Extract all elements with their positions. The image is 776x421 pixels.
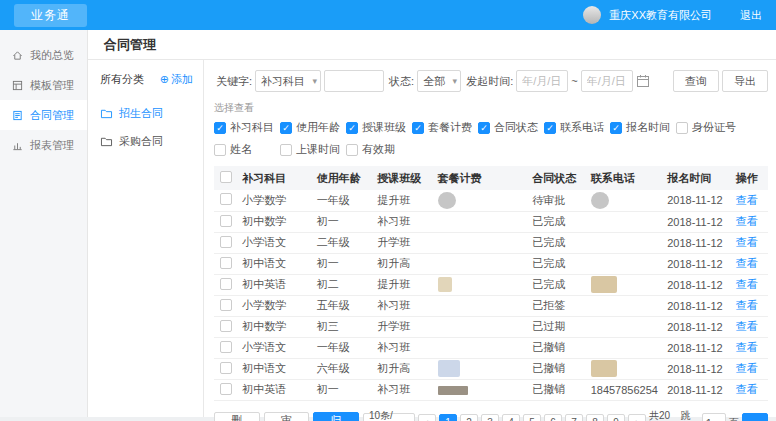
category-panel: 所有分类 ⊕ 添加 招生合同采购合同 xyxy=(88,60,204,417)
row-checkbox[interactable] xyxy=(220,278,232,290)
avatar[interactable] xyxy=(583,6,601,24)
column-toggle[interactable]: ✓授课班级 xyxy=(346,120,412,135)
column-toggle[interactable]: ✓补习科目 xyxy=(214,120,280,135)
row-checkbox[interactable] xyxy=(220,193,232,205)
logout-link[interactable]: 退出 xyxy=(740,8,762,23)
view-link[interactable]: 查看 xyxy=(736,320,758,332)
column-toggle[interactable]: ✓使用年龄 xyxy=(280,120,346,135)
status-select[interactable]: 全部 ▾ xyxy=(417,70,461,92)
checkbox-checked-icon[interactable]: ✓ xyxy=(610,122,622,134)
column-toggle[interactable]: 有效期 xyxy=(346,142,412,157)
column-toggle-label: 姓名 xyxy=(230,142,252,157)
checkbox-checked-icon[interactable]: ✓ xyxy=(544,122,556,134)
column-toggle[interactable]: ✓联系电话 xyxy=(544,120,610,135)
cell-class: 初升高 xyxy=(375,253,435,274)
checkbox-checked-icon[interactable]: ✓ xyxy=(478,122,490,134)
sidebar-item-contracts[interactable]: 合同管理 xyxy=(0,100,87,130)
column-header: 操作 xyxy=(734,166,768,190)
view-link[interactable]: 查看 xyxy=(736,362,758,374)
cell-phone xyxy=(589,337,666,358)
page-button[interactable]: 7 xyxy=(565,414,583,421)
cell-package xyxy=(436,232,531,253)
checkbox-checked-icon[interactable]: ✓ xyxy=(280,122,292,134)
date-to-input[interactable] xyxy=(581,70,633,92)
column-toggle-label: 使用年龄 xyxy=(296,120,340,135)
column-toggle[interactable]: ✓报名时间 xyxy=(610,120,676,135)
checkbox-unchecked-icon[interactable] xyxy=(676,122,688,134)
column-toggle[interactable]: ✓合同状态 xyxy=(478,120,544,135)
date-from-input[interactable] xyxy=(516,70,568,92)
page-button[interactable]: 2 xyxy=(460,414,478,421)
view-link[interactable]: 查看 xyxy=(736,257,758,269)
jump-page-input[interactable] xyxy=(702,413,726,421)
sidebar-item-overview[interactable]: 我的总览 xyxy=(0,40,87,70)
calendar-icon[interactable] xyxy=(636,74,654,88)
page-button[interactable]: 1 xyxy=(439,414,457,421)
delete-button[interactable]: 删除 xyxy=(214,412,260,421)
row-checkbox[interactable] xyxy=(220,362,232,374)
page-button[interactable]: 5 xyxy=(523,414,541,421)
view-link[interactable]: 查看 xyxy=(736,194,758,206)
cell-class: 补习班 xyxy=(375,295,435,316)
page-button[interactable]: 9 xyxy=(607,414,625,421)
category-item[interactable]: 招生合同 xyxy=(88,99,203,127)
go-button[interactable]: go xyxy=(742,413,768,421)
view-link[interactable]: 查看 xyxy=(736,236,758,248)
column-toggle[interactable]: ✓套餐计费 xyxy=(412,120,478,135)
cell-action: 查看 xyxy=(734,358,768,379)
page-button[interactable]: 6 xyxy=(544,414,562,421)
column-toggle[interactable]: 上课时间 xyxy=(280,142,346,157)
keyword-input[interactable] xyxy=(324,70,384,92)
row-checkbox[interactable] xyxy=(220,341,232,353)
view-link[interactable]: 查看 xyxy=(736,341,758,353)
checkbox-checked-icon[interactable]: ✓ xyxy=(412,122,424,134)
cell-phone xyxy=(589,253,666,274)
row-checkbox[interactable] xyxy=(220,383,232,395)
column-toggle[interactable]: 身份证号 xyxy=(676,120,742,135)
sidebar-item-templates[interactable]: 模板管理 xyxy=(0,70,87,100)
view-link[interactable]: 查看 xyxy=(736,299,758,311)
cell-checkbox xyxy=(214,358,240,379)
column-toggle[interactable]: 姓名 xyxy=(214,142,280,157)
cell-subject: 初中英语 xyxy=(240,274,315,295)
checkbox-unchecked-icon[interactable] xyxy=(214,144,226,156)
keyword-type-select[interactable]: 补习科目 ▾ xyxy=(255,70,321,92)
page-button[interactable]: 4 xyxy=(502,414,520,421)
folder-icon xyxy=(100,108,113,119)
page-button[interactable]: 3 xyxy=(481,414,499,421)
row-checkbox[interactable] xyxy=(220,257,232,269)
cell-checkbox xyxy=(214,232,240,253)
row-checkbox[interactable] xyxy=(220,299,232,311)
approve-button[interactable]: 审批 xyxy=(264,412,310,421)
redaction-blob xyxy=(591,276,617,293)
checkbox-checked-icon[interactable]: ✓ xyxy=(346,122,358,134)
cell-action: 查看 xyxy=(734,379,768,400)
cell-date: 2018-11-12 xyxy=(665,316,733,337)
cell-date: 2018-11-12 xyxy=(665,253,733,274)
view-link[interactable]: 查看 xyxy=(736,215,758,227)
cell-package xyxy=(436,379,531,400)
page-size-select[interactable]: 10条/页 ▾ xyxy=(363,413,415,421)
row-checkbox[interactable] xyxy=(220,215,232,227)
checkbox-checked-icon[interactable]: ✓ xyxy=(214,122,226,134)
prev-page-button[interactable]: ‹ xyxy=(418,414,436,421)
row-checkbox[interactable] xyxy=(220,236,232,248)
table-header-row: 补习科目使用年龄授课班级套餐计费合同状态联系电话报名时间操作 xyxy=(214,166,768,190)
checkbox-unchecked-icon[interactable] xyxy=(346,144,358,156)
search-button[interactable]: 查询 xyxy=(673,70,719,92)
checkbox-unchecked-icon[interactable] xyxy=(280,144,292,156)
cell-package xyxy=(436,295,531,316)
categorize-button[interactable]: 归类 xyxy=(313,412,359,421)
page-button[interactable]: 8 xyxy=(586,414,604,421)
sidebar-item-reports[interactable]: 报表管理 xyxy=(0,130,87,160)
view-link[interactable]: 查看 xyxy=(736,383,758,395)
select-all-checkbox[interactable] xyxy=(220,171,232,183)
view-link[interactable]: 查看 xyxy=(736,278,758,290)
export-button[interactable]: 导出 xyxy=(722,70,768,92)
next-page-button[interactable]: › xyxy=(628,414,646,421)
row-checkbox[interactable] xyxy=(220,320,232,332)
category-item[interactable]: 采购合同 xyxy=(88,127,203,155)
app-logo[interactable]: 业务通 xyxy=(14,4,87,27)
app-window: 业务通 重庆XX教育有限公司 退出 我的总览模板管理合同管理报表管理 合同管理 … xyxy=(0,0,776,417)
add-category-button[interactable]: ⊕ 添加 xyxy=(160,72,193,87)
